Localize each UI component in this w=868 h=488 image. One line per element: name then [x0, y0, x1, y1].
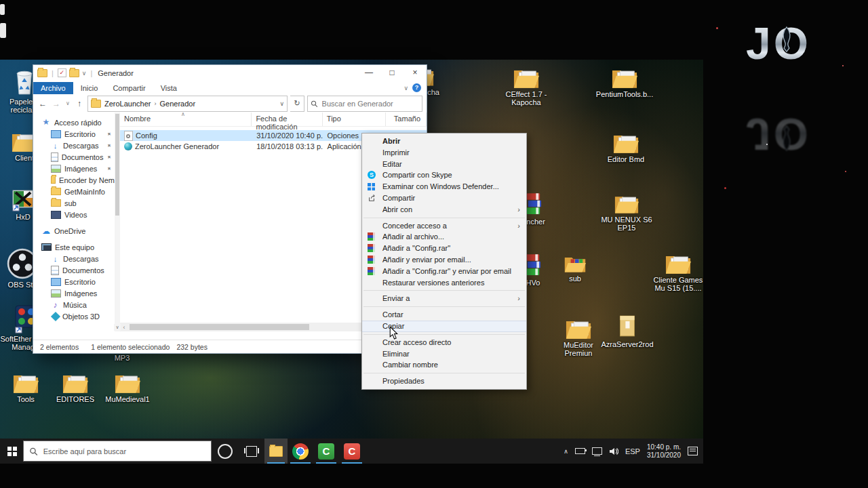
sidebar-item-pc-musica[interactable]: ♪ Música — [33, 299, 115, 310]
help-icon[interactable]: ? — [412, 83, 421, 92]
sidebar-item-getmaininfo[interactable]: GetMainInfo — [33, 186, 115, 197]
folder-icon — [612, 68, 637, 89]
column-nombre[interactable]: Nombre ∧ — [120, 113, 252, 126]
volume-icon[interactable] — [609, 447, 618, 455]
sidebar-item-pc-descargas[interactable]: ↓ Descargas — [33, 253, 115, 264]
sidebar-item-encoder[interactable]: Encoder by Nem — [33, 174, 115, 186]
sidebar-item-escritorio[interactable]: Escritorio ✦ — [33, 128, 115, 140]
menu-item-windows-defender[interactable]: Examinar con Windows Defender... — [362, 181, 526, 192]
menu-item-cortar[interactable]: Cortar — [362, 309, 526, 321]
desktop-icon-editores[interactable]: EDITORES — [54, 373, 96, 403]
sidebar-item-pc-escritorio[interactable]: Escritorio — [33, 276, 115, 287]
sidebar-scrollbar[interactable] — [115, 113, 120, 331]
column-tipo[interactable]: Tipo — [323, 113, 386, 126]
desktop-icon-mp3[interactable]: MP3 — [103, 352, 141, 362]
menu-item-copiar[interactable]: Copiar — [362, 321, 526, 332]
start-button[interactable] — [0, 439, 23, 464]
menu-item-cambiar-nombre[interactable]: Cambiar nombre — [362, 359, 526, 371]
column-tamano[interactable]: Tamaño — [386, 113, 427, 126]
menu-item-anadir-enviar-email[interactable]: Añadir y enviar por email... — [362, 254, 526, 266]
qat-dropdown-icon[interactable]: ∨ — [82, 70, 87, 77]
desktop-icon-azraserver2rod[interactable]: AzraServer2rod — [598, 313, 656, 348]
sidebar-item-pc-documentos[interactable]: Documentos — [33, 264, 115, 276]
menu-item-abrir[interactable]: Abrir — [362, 136, 526, 147]
task-view-button[interactable] — [239, 439, 264, 464]
scroll-left-icon[interactable]: ‹ — [120, 324, 128, 331]
language-indicator[interactable]: ESP — [625, 447, 640, 455]
address-dropdown-icon[interactable]: ∨ — [279, 100, 284, 107]
sidebar-item-pc-imagenes[interactable]: Imágenes — [33, 287, 115, 299]
desktop-icon-sub[interactable]: sub — [560, 255, 590, 283]
close-button[interactable]: × — [403, 65, 427, 81]
sidebar-item-pc-objetos3d[interactable]: Objetos 3D — [33, 310, 115, 322]
taskbar-app-green-c[interactable]: C — [313, 439, 339, 464]
sidebar-item-videos[interactable]: Videos — [33, 209, 115, 220]
sidebar-item-este-equipo[interactable]: Este equipo — [33, 241, 115, 253]
menu-item-enviar-a[interactable]: Enviar a › — [362, 293, 526, 304]
desktop-icon-mu-nenux[interactable]: MU NENUX S6 EP15 — [594, 194, 659, 232]
desktop-icon-tools[interactable]: Tools — [7, 373, 45, 403]
taskbar-search-input[interactable] — [42, 447, 205, 456]
menu-item-compartir[interactable]: Compartir — [362, 192, 526, 204]
action-center-icon[interactable] — [688, 447, 698, 455]
explorer-search[interactable] — [307, 96, 422, 112]
tab-vista[interactable]: Vista — [153, 82, 184, 94]
menu-item-eliminar[interactable]: Eliminar — [362, 348, 526, 360]
menu-item-abrir-con[interactable]: Abrir con › — [362, 204, 526, 216]
taskbar-app-explorer[interactable] — [264, 439, 288, 464]
expand-ribbon-icon[interactable]: ∨ — [403, 85, 408, 92]
refresh-button[interactable]: ↻ — [290, 96, 304, 112]
desktop-icon-mumedieval1[interactable]: MuMedieval1 — [103, 373, 152, 403]
desktop-icon-cliente-games[interactable]: Cliente Games Mu S15 (15.... — [648, 253, 703, 292]
breadcrumb-root[interactable]: ZeroLauncher — [104, 100, 151, 108]
sidebar-item-sub[interactable]: sub — [33, 197, 115, 209]
menu-item-editar[interactable]: Editar — [362, 159, 526, 170]
hidden-icons-chevron[interactable]: ∧ — [564, 448, 568, 455]
sidebar-item-onedrive[interactable]: ☁ OneDrive — [33, 225, 115, 237]
chevron-right-icon[interactable]: › — [155, 100, 157, 107]
forward-button[interactable]: → — [51, 99, 62, 108]
sidebar-item-quick-access[interactable]: ★ Acceso rápido — [33, 117, 115, 128]
menu-item-conceder-acceso[interactable]: Conceder acceso a › — [362, 220, 526, 232]
minimize-button[interactable]: — — [357, 65, 380, 81]
network-icon[interactable] — [592, 447, 602, 455]
titlebar[interactable]: | ✓ ∨ | Generador — □ × — [33, 65, 427, 81]
check-icon[interactable]: ✓ — [58, 68, 66, 77]
menu-item-crear-acceso-directo[interactable]: Crear acceso directo — [362, 337, 526, 348]
breadcrumb-current[interactable]: Generador — [160, 100, 196, 108]
battery-icon[interactable] — [575, 448, 585, 454]
menu-item-anadir-config-enviar-email[interactable]: Añadir a "Config.rar" y enviar por email — [362, 266, 526, 277]
taskbar-app-chrome[interactable] — [288, 439, 313, 464]
menu-item-restaurar-versiones[interactable]: Restaurar versiones anteriores — [362, 277, 526, 289]
folder-icon[interactable] — [69, 69, 79, 77]
menu-item-imprimir[interactable]: Imprimir — [362, 147, 526, 159]
sidebar-item-documentos[interactable]: Documentos ✦ — [33, 151, 115, 163]
taskbar-search[interactable] — [23, 441, 212, 462]
maximize-button[interactable]: □ — [380, 65, 403, 81]
menu-item-compartir-skype[interactable]: S Compartir con Skype — [362, 169, 526, 181]
recent-locations-icon[interactable]: ∨ — [64, 100, 71, 106]
desktop-icon-ceffect[interactable]: CEffect 1.7 - Kapocha — [495, 68, 557, 106]
desktop-icon-pentiumtools[interactable]: PentiumTools.b... — [580, 68, 669, 98]
cortana-button[interactable] — [212, 439, 239, 464]
desktop-icon-mueditor[interactable]: MuEditor Premiun — [556, 319, 601, 357]
scrollbar-thumb[interactable] — [130, 324, 309, 330]
quick-access-toolbar[interactable]: | ✓ ∨ | — [33, 68, 94, 77]
menu-item-propiedades[interactable]: Propiedades — [362, 375, 526, 387]
explorer-search-input[interactable] — [321, 99, 419, 108]
menu-item-anadir-archivo[interactable]: Añadir al archivo... — [362, 231, 526, 243]
back-button[interactable]: ← — [37, 99, 48, 108]
tab-archivo[interactable]: Archivo — [33, 82, 73, 94]
taskbar-app-red-c[interactable]: C — [339, 439, 365, 464]
up-button[interactable]: ↑ — [74, 99, 85, 108]
sidebar-item-descargas[interactable]: ↓ Descargas ✦ — [33, 140, 115, 151]
breadcrumb[interactable]: ZeroLauncher › Generador ∨ — [87, 96, 288, 112]
taskbar-clock[interactable]: 10:40 p. m. 31/10/2020 — [647, 443, 681, 460]
desktop-icon-editor-bmd[interactable]: Editor Bmd — [595, 133, 656, 163]
column-fecha[interactable]: Fecha de modificación — [252, 113, 322, 126]
tab-inicio[interactable]: Inicio — [73, 82, 106, 94]
sidebar-item-imagenes[interactable]: Imágenes ✦ — [33, 163, 115, 174]
menu-item-anadir-config-rar[interactable]: Añadir a "Config.rar" — [362, 243, 526, 254]
tab-compartir[interactable]: Compartir — [105, 82, 153, 94]
sidebar-scroll-down-icon[interactable]: ∨ — [114, 324, 121, 331]
